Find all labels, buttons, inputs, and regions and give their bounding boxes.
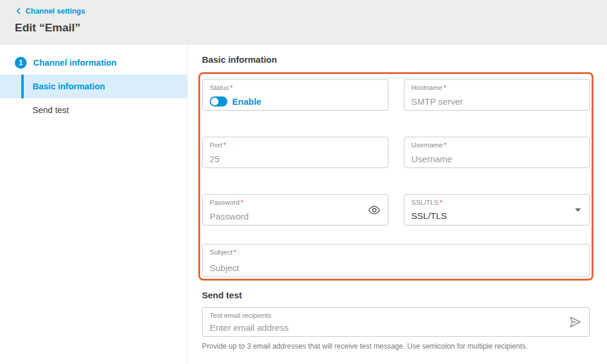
ssl-tls-select[interactable]: SSL/TLS* SSL/TLS <box>404 194 590 226</box>
send-icon[interactable] <box>569 315 582 329</box>
status-label: Status* <box>210 84 381 92</box>
port-field: Port* <box>202 137 388 168</box>
subject-input[interactable] <box>210 263 582 273</box>
section-title-basic-information: Basic information <box>202 54 590 64</box>
annotation-highlight-box: Status* Enable Hostname* Port* <box>198 72 593 281</box>
sidebar-item-basic-information[interactable]: Basic information <box>0 75 187 98</box>
ssl-tls-value: SSL/TLS <box>412 211 583 221</box>
subject-label: Subject* <box>210 249 582 256</box>
required-marker: * <box>241 199 243 206</box>
status-value: Enable <box>232 96 261 107</box>
test-email-recipients-label: Test email recipients <box>210 312 582 320</box>
chevron-down-icon[interactable] <box>575 208 581 212</box>
password-label: Password* <box>210 199 381 207</box>
password-field: Password* <box>202 194 388 226</box>
steps-sidebar: 1 Channel information Basic information … <box>0 45 188 364</box>
hostname-label: Hostname* <box>412 84 583 92</box>
required-marker: * <box>444 84 446 91</box>
step-number-badge: 1 <box>15 57 27 69</box>
test-email-recipients-field: Test email recipients <box>202 307 590 337</box>
test-email-recipients-input[interactable] <box>210 323 582 333</box>
username-label: Username* <box>412 141 583 149</box>
sidebar-step-channel-information[interactable]: 1 Channel information <box>0 51 187 75</box>
username-input[interactable] <box>412 154 583 164</box>
hostname-field: Hostname* <box>404 79 590 111</box>
main-content: Basic information Status* Enable Hostnam… <box>188 45 607 364</box>
active-indicator-bar <box>21 75 24 98</box>
required-marker: * <box>440 199 442 206</box>
status-toggle[interactable] <box>210 96 227 107</box>
required-marker: * <box>444 141 447 149</box>
back-link-label: Channel settings <box>25 7 85 15</box>
page: Channel settings Edit “Email” 1 Channel … <box>0 0 607 364</box>
section-title-send-test: Send test <box>202 290 590 299</box>
required-marker: * <box>230 84 233 91</box>
step-label: Channel information <box>33 58 117 67</box>
password-input[interactable] <box>210 211 381 221</box>
required-marker: * <box>223 141 226 149</box>
required-marker: * <box>233 249 236 256</box>
subject-field: Subject* <box>202 244 590 277</box>
port-input[interactable] <box>210 154 381 164</box>
chevron-left-icon <box>15 7 23 15</box>
sidebar-item-send-test[interactable]: Send test <box>0 98 187 122</box>
hostname-input[interactable] <box>412 96 583 107</box>
eye-icon[interactable] <box>368 204 381 217</box>
sidebar-item-label: Send test <box>33 105 69 115</box>
ssl-tls-label: SSL/TLS* <box>412 199 583 207</box>
page-title: Edit “Email” <box>15 21 592 34</box>
sidebar-item-label: Basic information <box>33 82 105 91</box>
username-field: Username* <box>404 137 590 168</box>
page-header: Channel settings Edit “Email” <box>0 0 607 45</box>
recipients-helper-text: Provide up to 3 email addresses that wil… <box>202 342 590 350</box>
toggle-knob <box>211 98 219 105</box>
back-link[interactable]: Channel settings <box>15 7 85 15</box>
port-label: Port* <box>210 141 381 149</box>
status-field: Status* Enable <box>202 79 388 111</box>
